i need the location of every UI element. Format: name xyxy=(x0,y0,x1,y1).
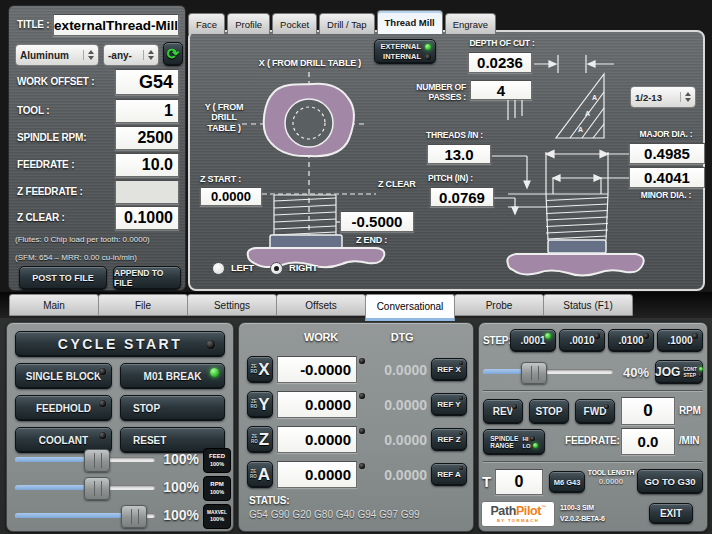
tab-main[interactable]: Main xyxy=(9,294,99,316)
title-input[interactable]: externalThread-Mill xyxy=(53,14,179,36)
z-feedrate-input[interactable] xyxy=(115,180,179,204)
dro-a-input[interactable]: 0.0000 xyxy=(277,461,357,488)
axis-y-zero-button[interactable]: ZERO Y xyxy=(247,391,273,418)
step-0100-button[interactable]: .0100 xyxy=(608,329,654,352)
spindle-rpm-readout[interactable]: 0 xyxy=(621,397,675,425)
tool-length-label: TOOL LENGTH xyxy=(587,469,635,477)
dro-y-input[interactable]: 0.0000 xyxy=(277,391,357,418)
thread-size-select[interactable]: 1/2-13 xyxy=(630,86,696,108)
m6-g43-button[interactable]: M6 G43 xyxy=(549,471,585,493)
tab-probe[interactable]: Probe xyxy=(454,294,544,316)
feed-override-handle[interactable] xyxy=(84,449,110,472)
ref-a-button[interactable]: REF A xyxy=(431,463,467,486)
refresh-button[interactable]: ⟳ xyxy=(163,42,183,66)
maxvel-override-handle[interactable] xyxy=(121,505,147,528)
spindle-fwd-button[interactable]: FWD xyxy=(575,399,615,424)
select-spinner-icon xyxy=(83,50,94,60)
tab-engrave[interactable]: Engrave xyxy=(445,13,496,34)
tab-settings[interactable]: Settings xyxy=(187,294,277,316)
step-1000-button[interactable]: .1000 xyxy=(657,329,703,352)
tool-input[interactable]: 1 xyxy=(115,99,179,123)
status-gcodes: G54 G90 G20 G80 G40 G94 G97 G99 xyxy=(249,509,469,520)
z-start-input[interactable]: 0.0000 xyxy=(200,187,262,206)
m01-break-button[interactable]: M01 BREAK xyxy=(120,363,225,389)
right-radio[interactable]: RIGHT xyxy=(270,262,318,275)
ref-z-button[interactable]: REF Z xyxy=(431,428,467,451)
radio-icon[interactable] xyxy=(212,262,225,275)
tab-profile[interactable]: Profile xyxy=(227,13,270,34)
depth-of-cut-label: DEPTH OF CUT : xyxy=(448,39,556,49)
single-block-button[interactable]: SINGLE BLOCK xyxy=(15,363,112,389)
right-radio-label: RIGHT xyxy=(289,263,318,274)
z-end-label: Z END : xyxy=(356,235,387,245)
spindle-range-button[interactable]: SPINDLE RANGE HI LO xyxy=(483,429,545,455)
jog-cont-led-icon xyxy=(699,367,703,371)
ref-y-button[interactable]: REF Y xyxy=(431,393,467,416)
tab-status[interactable]: Status (F1) xyxy=(543,294,633,316)
z-feedrate-label: Z FEEDRATE : xyxy=(17,186,83,198)
step-0001-label: .0001 xyxy=(520,335,545,346)
jog-feedrate-input[interactable]: 0.0 xyxy=(621,428,675,455)
dro-x-input[interactable]: -0.0000 xyxy=(277,356,357,383)
maxvel-100-button[interactable]: MAXVEL 100% xyxy=(203,504,231,529)
spindle-rev-button[interactable]: REV xyxy=(483,399,523,424)
tab-face[interactable]: Face xyxy=(188,13,225,34)
threads-per-inch-input[interactable]: 13.0 xyxy=(427,144,491,164)
rpm-override-value: 100% xyxy=(157,479,199,495)
step-label: STEP: xyxy=(483,335,511,347)
select-spinner-icon xyxy=(680,92,691,102)
tab-conversational[interactable]: Conversational xyxy=(365,294,455,321)
minor-dia-input[interactable]: 0.4041 xyxy=(629,167,705,188)
tool-filter-select[interactable]: -any- xyxy=(103,44,159,66)
spindle-stop-button[interactable]: STOP xyxy=(529,399,569,424)
jog-mode-button[interactable]: JOG CONT STEP xyxy=(655,360,703,384)
pitch-input[interactable]: 0.0769 xyxy=(430,187,494,207)
jog-speed-handle[interactable] xyxy=(521,362,547,384)
coolant-led-icon xyxy=(99,432,106,439)
ref-x-label: REF X xyxy=(437,365,461,374)
feedrate-label: FEEDRATE : xyxy=(17,159,74,171)
step-0001-button[interactable]: .0001 xyxy=(510,329,556,352)
feedhold-button[interactable]: FEEDHOLD xyxy=(15,395,112,421)
dro-z-input[interactable]: 0.0000 xyxy=(277,426,357,453)
thread-size-value: 1/2-13 xyxy=(635,92,662,103)
radio-icon[interactable] xyxy=(270,262,283,275)
z-end-input[interactable]: -0.5000 xyxy=(340,211,414,232)
cycle-start-button[interactable]: CYCLE START xyxy=(15,331,225,357)
work-offset-input[interactable]: G54 xyxy=(115,69,179,95)
step-0010-button[interactable]: .0010 xyxy=(559,329,605,352)
number-of-passes-input[interactable]: 4 xyxy=(470,80,532,100)
material-select[interactable]: Aluminum xyxy=(15,44,99,66)
single-block-label: SINGLE BLOCK xyxy=(26,371,102,382)
tab-thread-mill[interactable]: Thread Mill xyxy=(377,10,443,34)
feed-100-button[interactable]: FEED 100% xyxy=(203,448,231,473)
tab-offsets[interactable]: Offsets xyxy=(276,294,366,316)
spindle-rpm-input[interactable]: 2500 xyxy=(115,126,179,150)
rpm-100-button[interactable]: RPM 100% xyxy=(203,476,231,501)
append-to-file-button[interactable]: APPEND TO FILE xyxy=(113,266,181,290)
z-clear-input[interactable]: 0.1000 xyxy=(115,206,179,230)
ref-x-button[interactable]: REF X xyxy=(431,358,467,381)
tool-t-label: T xyxy=(482,473,491,490)
axis-x-zero-button[interactable]: ZERO X xyxy=(247,356,273,383)
jog-speed-slider[interactable] xyxy=(483,369,613,374)
left-radio[interactable]: LEFT xyxy=(212,262,254,275)
exit-button[interactable]: EXIT xyxy=(649,503,693,524)
fwd-led-icon xyxy=(604,404,609,409)
software-version: V2.0.2-BETA-6 xyxy=(560,515,605,523)
tab-drill-tap[interactable]: Drill / Tap xyxy=(319,13,374,34)
tab-file[interactable]: File xyxy=(98,294,188,316)
tool-number-input[interactable]: 0 xyxy=(495,469,543,495)
rpm-unit-label: RPM xyxy=(679,405,701,417)
axis-z-zero-button[interactable]: ZERO Z xyxy=(247,426,273,453)
rpm-override-handle[interactable] xyxy=(84,477,110,500)
stop-button[interactable]: STOP xyxy=(120,395,225,421)
depth-of-cut-input[interactable]: 0.0236 xyxy=(468,52,532,73)
feedrate-input[interactable]: 10.0 xyxy=(115,153,179,177)
go-to-g30-button[interactable]: GO TO G30 xyxy=(637,469,703,494)
post-to-file-button[interactable]: POST TO FILE xyxy=(19,266,107,290)
axis-a-zero-button[interactable]: ZERO A xyxy=(247,461,273,488)
jog-label: JOG xyxy=(655,365,680,379)
major-dia-input[interactable]: 0.4985 xyxy=(629,143,705,164)
tab-pocket[interactable]: Pocket xyxy=(272,13,317,34)
